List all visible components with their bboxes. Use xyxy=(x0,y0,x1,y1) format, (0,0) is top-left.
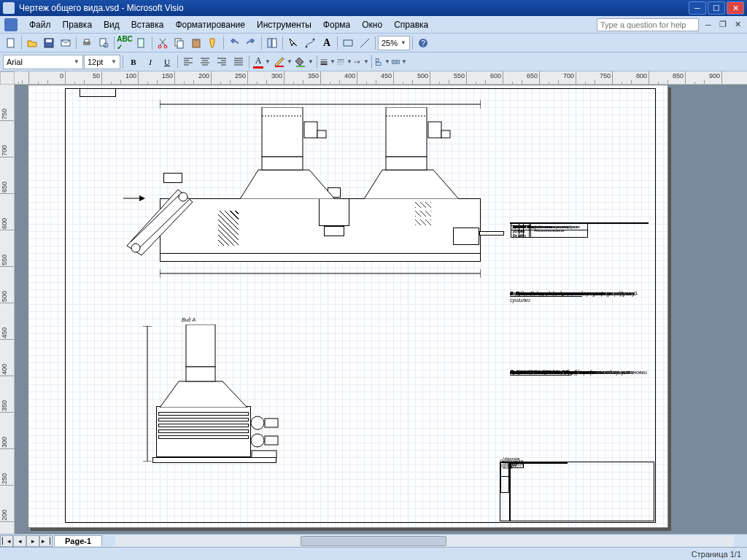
font-combo[interactable]: Arial▼ xyxy=(3,55,83,69)
horizontal-ruler: 050 100150 200250 300350 400450 500550 6… xyxy=(15,71,747,85)
svg-line-20 xyxy=(360,39,369,47)
menu-tools[interactable]: Инструменты xyxy=(251,18,317,31)
menu-view[interactable]: Вид xyxy=(98,18,125,31)
close-button[interactable]: ✕ xyxy=(727,1,744,15)
svg-rect-45 xyxy=(428,122,441,138)
rectangle-tool-button[interactable] xyxy=(340,35,356,51)
svg-rect-6 xyxy=(100,39,106,46)
horizontal-scrollbar[interactable] xyxy=(115,535,734,547)
open-button[interactable] xyxy=(24,35,40,51)
menu-file[interactable]: Файл xyxy=(23,18,57,31)
save-button[interactable] xyxy=(41,35,57,51)
connector-tool-button[interactable] xyxy=(302,35,318,51)
svg-marker-56 xyxy=(160,381,247,408)
help-button[interactable]: ? xyxy=(415,35,431,51)
tab-nav-last[interactable]: ▸▕ xyxy=(39,535,53,547)
canvas[interactable]: Вид А xyxy=(15,85,747,534)
format-painter-button[interactable] xyxy=(205,35,221,51)
svg-rect-38 xyxy=(262,157,303,170)
email-button[interactable] xyxy=(58,35,74,51)
svg-point-58 xyxy=(251,416,264,429)
align-center-button[interactable] xyxy=(197,54,213,70)
page-tab-1[interactable]: Page-1 xyxy=(54,535,102,546)
svg-rect-23 xyxy=(275,66,284,67)
tab-nav-first[interactable]: ▏◂ xyxy=(0,535,13,547)
redo-button[interactable] xyxy=(243,35,259,51)
svg-rect-40 xyxy=(317,131,326,138)
font-color-button[interactable]: A▼ xyxy=(252,54,272,70)
align-left-button[interactable] xyxy=(180,54,196,70)
line-pattern-button[interactable]: ▼ xyxy=(336,54,352,70)
undo-button[interactable] xyxy=(226,35,242,51)
visio-icon xyxy=(4,18,18,31)
svg-rect-28 xyxy=(395,60,396,63)
svg-rect-55 xyxy=(186,324,215,367)
menu-edit[interactable]: Правка xyxy=(57,18,98,31)
svg-rect-46 xyxy=(441,131,450,138)
help-search-input[interactable] xyxy=(597,18,699,31)
line-weight-button[interactable]: ▼ xyxy=(320,54,336,70)
doc-minimize-button[interactable]: ─ xyxy=(703,20,713,30)
svg-rect-5 xyxy=(85,39,89,42)
tab-nav-prev[interactable]: ◂ xyxy=(13,535,26,547)
minimize-button[interactable]: ─ xyxy=(689,1,706,15)
bold-button[interactable]: B xyxy=(125,54,142,70)
print-preview-button[interactable] xyxy=(96,35,112,51)
menu-format[interactable]: Форматирование xyxy=(169,18,251,31)
shapes-panel-button[interactable] xyxy=(264,35,280,51)
line-color-button[interactable]: ▼ xyxy=(273,54,293,70)
doc-close-button[interactable]: ✕ xyxy=(732,20,743,30)
menu-insert[interactable]: Вставка xyxy=(125,18,170,31)
spelling-button[interactable]: ABC✓ xyxy=(117,35,133,51)
svg-point-59 xyxy=(251,434,264,447)
align-justify-button[interactable] xyxy=(231,54,247,70)
text-tool-button[interactable]: A xyxy=(319,35,335,51)
svg-rect-12 xyxy=(177,41,183,48)
svg-rect-2 xyxy=(46,39,52,42)
app-icon xyxy=(3,2,15,14)
menu-help[interactable]: Справка xyxy=(388,18,434,31)
scroll-thumb[interactable] xyxy=(301,536,446,546)
svg-rect-60 xyxy=(265,419,278,427)
svg-rect-29 xyxy=(398,60,399,63)
italic-button[interactable]: I xyxy=(142,54,158,70)
svg-rect-14 xyxy=(194,39,198,41)
svg-rect-44 xyxy=(386,157,427,170)
svg-rect-8 xyxy=(138,39,144,47)
svg-point-33 xyxy=(179,192,187,201)
research-button[interactable] xyxy=(133,35,150,51)
doc-restore-button[interactable]: ❐ xyxy=(718,20,728,30)
underline-button[interactable]: U xyxy=(159,54,175,70)
menu-window[interactable]: Окно xyxy=(356,18,388,31)
svg-rect-15 xyxy=(268,39,271,47)
svg-point-18 xyxy=(313,38,315,40)
svg-rect-35 xyxy=(262,107,303,157)
distribute-shapes-button[interactable]: ▼ xyxy=(391,54,407,70)
align-shapes-button[interactable]: ▼ xyxy=(374,54,390,70)
cut-button[interactable] xyxy=(155,35,171,51)
menu-shape[interactable]: Форма xyxy=(317,18,356,31)
svg-marker-43 xyxy=(364,170,459,199)
drawing-page[interactable]: Вид А xyxy=(28,85,668,528)
new-button[interactable] xyxy=(3,35,19,51)
svg-rect-27 xyxy=(392,60,394,63)
pointer-tool-button[interactable] xyxy=(285,35,301,51)
svg-rect-26 xyxy=(376,62,381,65)
copy-button[interactable] xyxy=(171,35,187,51)
window-title: Чертеж общего вида.vsd - Microsoft Visio xyxy=(19,3,687,13)
print-button[interactable] xyxy=(79,35,95,51)
maximize-button[interactable]: ☐ xyxy=(708,1,725,15)
tab-nav-next[interactable]: ▸ xyxy=(26,535,39,547)
line-ends-button[interactable]: ▼ xyxy=(353,54,369,70)
zoom-combo[interactable]: 25%▼ xyxy=(378,36,410,50)
svg-rect-61 xyxy=(265,436,278,445)
svg-rect-25 xyxy=(376,58,379,61)
align-right-button[interactable] xyxy=(214,54,230,70)
fill-color-button[interactable]: ▼ xyxy=(294,54,314,70)
paste-button[interactable] xyxy=(188,35,204,51)
svg-point-17 xyxy=(306,45,308,47)
font-size-combo[interactable]: 12pt▼ xyxy=(84,55,120,69)
svg-rect-16 xyxy=(272,39,276,47)
line-tool-button[interactable] xyxy=(357,35,373,51)
status-page-indicator: Страница 1/1 xyxy=(692,550,741,559)
